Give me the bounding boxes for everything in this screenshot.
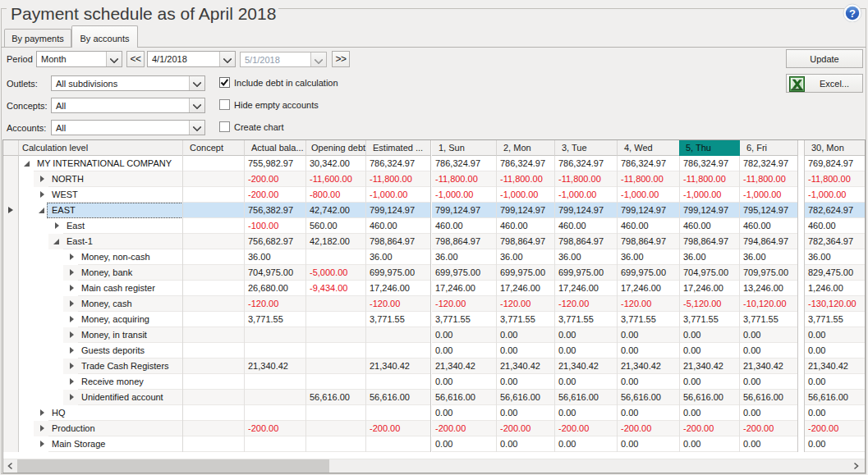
svg-text:?: ?	[849, 7, 856, 20]
